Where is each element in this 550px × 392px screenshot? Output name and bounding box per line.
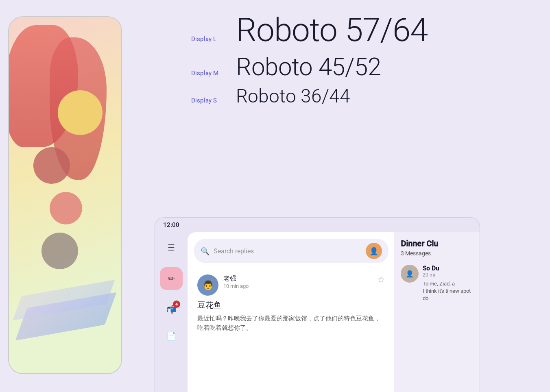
dinner-club-title: Dinner Clu <box>401 239 473 248</box>
contact-name: So Du <box>423 265 473 272</box>
message-time: 10 min ago <box>223 283 377 289</box>
star-icon[interactable]: ☆ <box>377 274 385 285</box>
display-l-label: Display L <box>191 35 236 43</box>
display-s-sample: Roboto 36/44 <box>236 85 350 107</box>
status-time: 12:00 <box>163 221 179 229</box>
typography-section: Display L Roboto 57/64 Display M Roboto … <box>130 0 550 120</box>
contact-row: 👤 So Du 20 mi To me, Ziad, a I think it'… <box>401 265 473 303</box>
search-icon: 🔍 <box>201 247 210 255</box>
phone-ui-mockup: 12:00 ☰ ✏ 📬 4 📄 🔍 Search replies <box>155 217 480 392</box>
contact-avatar: 👤 <box>401 265 419 283</box>
notes-icon[interactable]: 📄 <box>164 329 179 344</box>
message-preview: 最近忙吗？昨晚我去了你最爱的那家饭馆，点了他们的特色豆花鱼，吃着吃着就想你了。 <box>197 314 385 332</box>
user-avatar[interactable]: 👤 <box>366 243 382 259</box>
type-row-display-s: Display S Roboto 36/44 <box>191 85 526 107</box>
contact-to-preview: To me, Ziad, a <box>423 280 473 287</box>
decorative-circle-2 <box>33 147 70 184</box>
type-row-display-l: Display L Roboto 57/64 <box>191 12 526 49</box>
think-text: I think it's ti new spot do <box>423 287 473 302</box>
display-m-sample: Roboto 45/52 <box>236 53 381 81</box>
dinner-message-count: 3 Messages <box>401 250 473 257</box>
phone-illustration <box>0 0 130 392</box>
decorative-circle-1 <box>58 90 103 135</box>
message-header: 👨 老强 10 min ago ☆ <box>197 274 385 296</box>
main-panel: 🔍 Search replies 👤 👨 老强 10 min ago ☆ <box>188 232 395 392</box>
message-subject: 豆花鱼 <box>197 300 385 311</box>
search-bar[interactable]: 🔍 Search replies 👤 <box>194 239 388 263</box>
display-l-sample: Roboto 57/64 <box>236 12 428 49</box>
contact-time: 20 mi <box>423 272 473 278</box>
decorative-circle-3 <box>50 192 82 224</box>
right-panel: Dinner Clu 3 Messages 👤 So Du 20 mi To m… <box>394 232 480 392</box>
type-row-display-m: Display M Roboto 45/52 <box>191 53 526 81</box>
sender-avatar: 👨 <box>197 274 218 296</box>
sender-name: 老强 <box>223 274 377 283</box>
sidebar: ☰ ✏ 📬 4 📄 <box>155 232 188 392</box>
message-card[interactable]: 👨 老强 10 min ago ☆ 豆花鱼 最近忙吗？昨晚我去了你最爱的那家饭馆… <box>191 268 392 339</box>
menu-icon[interactable]: ☰ <box>164 240 179 255</box>
inbox-icon[interactable]: 📬 4 <box>164 302 179 317</box>
phone-frame <box>8 16 122 374</box>
phone-inner <box>9 17 121 373</box>
contact-info: So Du 20 mi To me, Ziad, a I think it's … <box>423 265 473 303</box>
sender-info: 老强 10 min ago <box>223 274 377 289</box>
notification-badge: 4 <box>173 301 180 308</box>
search-placeholder-text: Search replies <box>214 247 254 255</box>
decorative-circle-4 <box>41 233 78 269</box>
status-bar: 12:00 <box>155 218 480 232</box>
compose-icon[interactable]: ✏ <box>160 267 183 290</box>
display-s-label: Display S <box>191 97 236 104</box>
content-area: Display L Roboto 57/64 Display M Roboto … <box>130 0 550 392</box>
display-m-label: Display M <box>191 70 236 77</box>
